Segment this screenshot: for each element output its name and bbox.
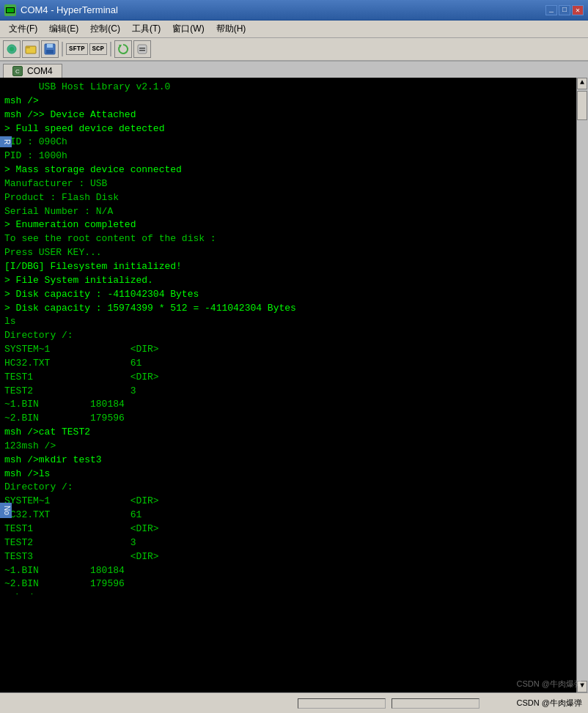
terminal-line: ls (4, 315, 584, 329)
terminal-line: TEST2 3 (4, 536, 584, 550)
svg-rect-13 (139, 50, 145, 51)
terminal-line: > Enumeration completed (4, 218, 584, 232)
scroll-up-btn[interactable]: ▲ (577, 78, 587, 89)
tab-icon: C (12, 66, 23, 76)
terminal-line: 123msh /> (4, 440, 584, 454)
window-title: COM4 - HyperTerminal (21, 4, 541, 15)
terminal-line: > Mass storage device connected (4, 163, 584, 177)
svg-rect-11 (138, 45, 147, 53)
svg-rect-12 (139, 48, 145, 49)
title-bar: COM4 - HyperTerminal _ □ ✕ (0, 0, 588, 21)
terminal-line: TEST2 3 (4, 385, 584, 399)
svg-rect-2 (7, 8, 14, 12)
terminal[interactable]: USB Host Library v2.1.0msh />msh />> Dev… (0, 78, 588, 594)
terminal-line: SYSTEM~1 <DIR> (4, 495, 584, 509)
csdn-watermark: CSDN @牛肉爆弹 (517, 679, 582, 690)
menu-file[interactable]: 文件(F) (3, 21, 43, 37)
scroll-thumb[interactable] (577, 91, 587, 120)
svg-point-4 (10, 47, 14, 51)
toolbar-separator-1 (62, 42, 63, 56)
terminal-line: VID : 090Ch (4, 136, 584, 149)
status-bar: CSDN @牛肉爆弹 (0, 692, 588, 713)
terminal-line: ~2.BIN 179596 (4, 577, 584, 591)
menu-tools[interactable]: 工具(T) (126, 21, 166, 37)
tab-label: COM4 (27, 66, 53, 76)
terminal-line: SYSTEM~1 <DIR> (4, 343, 584, 357)
terminal-line: Directory /: (4, 329, 584, 343)
side-label-r: R (0, 136, 12, 147)
svg-rect-8 (47, 44, 53, 48)
tab-bar: C COM4 (0, 62, 588, 78)
tab-com4[interactable]: C COM4 (3, 64, 62, 78)
terminal-line: > Disk capacity : -411042304 Bytes (4, 288, 584, 302)
terminal-line: Product : Flash Disk (4, 191, 584, 205)
close-button[interactable]: ✕ (572, 5, 584, 15)
terminal-line: msh />ls (4, 468, 584, 481)
toolbar: SFTP SCP (0, 38, 588, 62)
menu-bar: 文件(F) 编辑(E) 控制(C) 工具(T) 窗口(W) 帮助(H) (0, 21, 588, 38)
terminal-line: msh /> (4, 95, 584, 108)
menu-help[interactable]: 帮助(H) (210, 21, 252, 37)
terminal-line: msh />mkdir test3 (4, 454, 584, 468)
toolbar-save-btn[interactable] (41, 40, 59, 58)
side-label-no: No (0, 503, 12, 518)
svg-rect-9 (46, 50, 54, 53)
terminal-line: > File System initialized. (4, 274, 584, 288)
toolbar-extra-btn[interactable] (133, 40, 151, 58)
toolbar-refresh-btn[interactable] (114, 40, 132, 58)
terminal-line: ~1.BIN 180184 (4, 398, 584, 412)
terminal-line: TEST1 <DIR> (4, 522, 584, 536)
terminal-line: ~1.BIN 180184 (4, 564, 584, 578)
toolbar-open-btn[interactable] (22, 40, 40, 58)
app-icon (4, 4, 16, 16)
status-indicator-2 (392, 698, 479, 709)
terminal-line: msh />cat TEST2 (4, 426, 584, 440)
terminal-line: > Full speed device detected (4, 122, 584, 136)
terminal-line: Directory /: (4, 481, 584, 495)
minimize-button[interactable]: _ (545, 5, 557, 15)
terminal-line: HC32.TXT 61 (4, 357, 584, 371)
status-text-right: CSDN @牛肉爆弹 (517, 698, 582, 709)
terminal-line: TEST1 <DIR> (4, 371, 584, 385)
menu-control[interactable]: 控制(C) (84, 21, 126, 37)
terminal-wrapper: USB Host Library v2.1.0msh />msh />> Dev… (0, 78, 588, 692)
scrollbar[interactable]: ▲ ▼ (576, 78, 588, 692)
toolbar-separator-2 (110, 42, 111, 56)
status-indicator-1 (298, 698, 386, 709)
terminal-line: TEST3 <DIR> (4, 550, 584, 564)
terminal-line: PID : 1000h (4, 149, 584, 163)
terminal-line: ~2.BIN 179596 (4, 412, 584, 426)
toolbar-connect-btn[interactable] (3, 40, 21, 58)
terminal-line: msh /> (4, 591, 584, 594)
terminal-line: Manufacturer : USB (4, 177, 584, 191)
menu-edit[interactable]: 编辑(E) (43, 21, 84, 37)
terminal-line: > Disk capacity : 15974399 * 512 = -4110… (4, 302, 584, 316)
terminal-line: USB Host Library v2.1.0 (4, 81, 584, 95)
terminal-line: HC32.TXT 61 (4, 509, 584, 522)
terminal-line: [I/DBG] Filesystem initialized! (4, 260, 584, 274)
menu-window[interactable]: 窗口(W) (166, 21, 210, 37)
toolbar-sftp-btn[interactable]: SFTP (66, 43, 88, 55)
terminal-line: msh />> Device Attached (4, 108, 584, 122)
terminal-line: Serial Number : N/A (4, 205, 584, 219)
window-controls: _ □ ✕ (545, 5, 584, 15)
toolbar-scp-btn[interactable]: SCP (89, 43, 107, 55)
maximize-button[interactable]: □ (559, 5, 570, 15)
terminal-line: Press USER KEY... (4, 246, 584, 260)
terminal-line: To see the root content of the disk : (4, 232, 584, 246)
svg-rect-6 (26, 46, 30, 48)
